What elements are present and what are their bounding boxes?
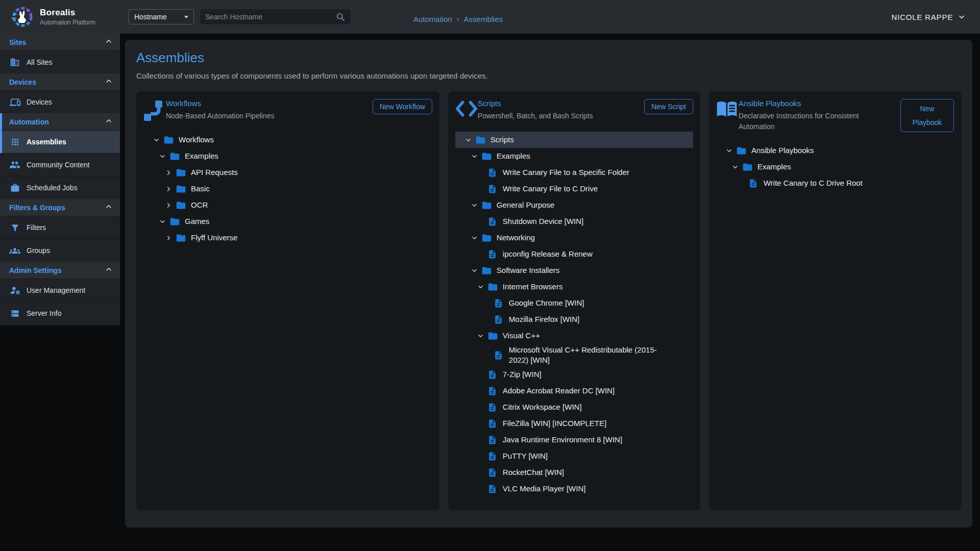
tree-row-write-canary-file-to-c-drive[interactable]: Write Canary File to C Drive [455, 181, 693, 197]
tree-row-write-canary-file-to-a-specific-folder[interactable]: Write Canary File to a Specific Folder [455, 164, 693, 181]
tree-row-filezilla-win-incomplete[interactable]: FileZilla [WIN] [INCOMPLETE] [455, 416, 693, 432]
tree-row-google-chrome-win[interactable]: Google Chrome [WIN] [455, 295, 693, 311]
sidebar-item-user-management[interactable]: User Management [0, 279, 120, 302]
tree-row-label: 7-Zip [WIN] [503, 369, 542, 380]
tree-row-shutdown-device-win[interactable]: Shutdown Device [WIN] [455, 213, 693, 230]
sidebar-item-assemblies[interactable]: Assemblies [0, 130, 120, 153]
chevron-right-icon[interactable] [164, 234, 176, 242]
tree-row-adobe-acrobat-reader-dc-win[interactable]: Adobe Acrobat Reader DC [WIN] [455, 383, 693, 399]
folder-icon [176, 184, 191, 194]
breadcrumb-item-assemblies[interactable]: Assemblies [464, 15, 503, 23]
sidebar-item-scheduled-jobs[interactable]: Scheduled Jobs [0, 176, 120, 199]
tree-row-7-zip-win[interactable]: 7-Zip [WIN] [455, 367, 693, 383]
people-icon [9, 159, 20, 170]
file-icon [487, 435, 503, 445]
chevron-down-icon[interactable] [470, 152, 481, 161]
chevron-down-icon[interactable] [725, 146, 736, 155]
tree-row-write-canary-to-c-drive-root[interactable]: Write Canary to C Drive Root [716, 175, 954, 191]
tree-row-vlc-media-player-win[interactable]: VLC Media Player [WIN] [455, 481, 693, 497]
tree-row-label: Microsoft Visual C++ Redistributable (20… [509, 345, 672, 366]
tree-row-label: Shutdown Device [WIN] [503, 216, 583, 227]
tree-row-putty-win[interactable]: PuTTY [WIN] [455, 448, 693, 465]
chevron-down-icon[interactable] [476, 283, 487, 291]
user-menu[interactable]: NICOLE RAPPE [892, 13, 966, 21]
sidebar-item-label: All Sites [27, 58, 53, 66]
tree-row-mozilla-firefox-win[interactable]: Mozilla Firefox [WIN] [455, 311, 693, 328]
brand-tagline: Automation Platform [40, 19, 95, 26]
chevron-down-icon[interactable] [476, 332, 487, 340]
playbooks-card-header: Ansible Playbooks Declarative Instructio… [716, 99, 954, 132]
file-icon [487, 419, 503, 429]
tree-row-workflows[interactable]: Workflows [143, 132, 432, 148]
tree-row-label: Flyff Universe [191, 233, 237, 243]
tree-row-api-requests[interactable]: API Requests [143, 164, 432, 181]
sidebar-item-community-content[interactable]: Community Content [0, 153, 120, 176]
tree-row-ipconfig-release-renew[interactable]: ipconfig Release & Renew [455, 246, 693, 262]
breadcrumb-item-automation[interactable]: Automation [413, 15, 452, 23]
sidebar-section-admin-settings[interactable]: Admin Settings [0, 262, 120, 279]
groups-icon [9, 245, 20, 256]
chevron-right-icon[interactable] [164, 185, 176, 193]
sidebar-item-filters[interactable]: Filters [0, 216, 120, 239]
tree-row-examples[interactable]: Examples [455, 148, 693, 164]
tree-row-networking[interactable]: Networking [455, 230, 693, 246]
search-input[interactable] [205, 13, 335, 21]
new-workflow-button[interactable]: New Workflow [373, 99, 432, 114]
file-icon [494, 298, 509, 308]
tree-row-internet-browsers[interactable]: Internet Browsers [455, 279, 693, 295]
tree-row-rocketchat-win[interactable]: RocketChat [WIN] [455, 465, 693, 481]
tree-row-visual-c[interactable]: Visual C++ [455, 328, 693, 344]
chevron-down-icon[interactable] [470, 201, 481, 210]
chevron-right-icon[interactable] [164, 201, 176, 210]
file-icon [487, 217, 503, 227]
tree-row-basic[interactable]: Basic [143, 181, 432, 197]
new-script-button[interactable]: New Script [644, 99, 693, 114]
sidebar: SitesAll SitesDevicesDevicesAutomationAs… [0, 34, 120, 325]
tree-row-flyff-universe[interactable]: Flyff Universe [143, 230, 432, 246]
chevron-down-icon[interactable] [464, 136, 475, 144]
tree-row-label: Write Canary File to C Drive [503, 184, 598, 194]
hostname-select[interactable]: Hostname [129, 9, 194, 24]
sidebar-item-server-info[interactable]: Server Info [0, 302, 120, 324]
sidebar-section-sites[interactable]: Sites [0, 34, 120, 51]
tree-row-games[interactable]: Games [143, 213, 432, 230]
tree-row-ansible-playbooks[interactable]: Ansible Playbooks [716, 142, 954, 159]
tree-row-scripts[interactable]: Scripts [455, 132, 693, 148]
sidebar-section-automation[interactable]: Automation [0, 113, 120, 130]
user-name: NICOLE RAPPE [892, 13, 953, 21]
folder-icon [163, 135, 179, 145]
tree-row-general-purpose[interactable]: General Purpose [455, 197, 693, 213]
chevron-down-icon [958, 13, 966, 21]
breadcrumb: Automation › Assemblies [413, 15, 503, 23]
file-icon [748, 179, 764, 188]
tree-row-label: Citrix Workspace [WIN] [503, 402, 582, 412]
folder-icon [742, 162, 757, 172]
tree-row-software-installers[interactable]: Software Installers [455, 262, 693, 279]
tree-row-examples[interactable]: Examples [716, 159, 954, 175]
folder-icon [176, 200, 191, 211]
chevron-down-icon[interactable] [152, 136, 163, 144]
sidebar-section-filters-groups[interactable]: Filters & Groups [0, 199, 120, 216]
sidebar-item-all-sites[interactable]: All Sites [0, 51, 120, 73]
workflows-card-header: Workflows Node-Based Automation Pipeline… [143, 99, 432, 121]
tree-row-label: Examples [185, 151, 218, 161]
tree-row-java-runtime-environment-8-win[interactable]: Java Runtime Environment 8 [WIN] [455, 432, 693, 448]
chevron-down-icon[interactable] [470, 266, 481, 275]
chevron-up-icon [105, 117, 113, 127]
sidebar-item-devices[interactable]: Devices [0, 90, 120, 113]
sidebar-section-devices[interactable]: Devices [0, 73, 120, 90]
tree-row-citrix-workspace-win[interactable]: Citrix Workspace [WIN] [455, 399, 693, 416]
sidebar-item-groups[interactable]: Groups [0, 239, 120, 262]
chevron-right-icon[interactable] [164, 168, 176, 177]
chevron-down-icon[interactable] [158, 217, 169, 226]
playbooks-tree: Ansible PlaybooksExamplesWrite Canary to… [716, 142, 954, 191]
chevron-down-icon[interactable] [731, 163, 742, 171]
chevron-down-icon[interactable] [158, 152, 169, 161]
tree-row-examples[interactable]: Examples [143, 148, 432, 164]
tree-row-ocr[interactable]: OCR [143, 197, 432, 213]
chevron-down-icon[interactable] [470, 234, 481, 242]
tree-row-label: FileZilla [WIN] [INCOMPLETE] [503, 418, 606, 429]
tree-row-microsoft-visual-c-redistributable-2015-2022-win[interactable]: Microsoft Visual C++ Redistributable (20… [455, 344, 693, 367]
tree-row-label: Basic [191, 184, 210, 194]
new-playbook-button[interactable]: New Playbook [900, 99, 954, 132]
